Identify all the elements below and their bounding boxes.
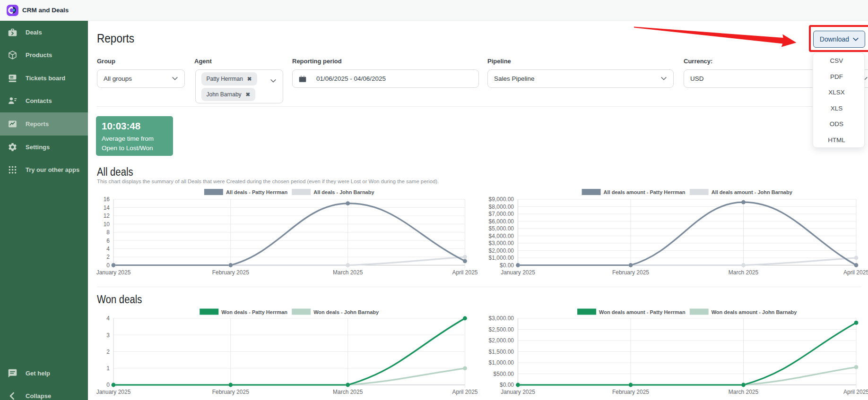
svg-text:All deals amount - Patty Herrm: All deals amount - Patty Herrman — [604, 189, 686, 195]
svg-text:4: 4 — [106, 315, 110, 322]
svg-text:February 2025: February 2025 — [612, 269, 649, 276]
svg-text:$2,000.00: $2,000.00 — [489, 337, 514, 344]
svg-text:$2,500.00: $2,500.00 — [489, 326, 514, 333]
svg-text:2: 2 — [106, 349, 110, 355]
svg-text:March 2025: March 2025 — [333, 389, 363, 395]
svg-text:12: 12 — [104, 213, 110, 219]
svg-text:Won deals amount - Patty Herrm: Won deals amount - Patty Herrman — [599, 309, 686, 315]
svg-text:0: 0 — [106, 382, 110, 388]
svg-text:6: 6 — [106, 238, 110, 244]
svg-text:January 2025: January 2025 — [96, 389, 131, 395]
svg-text:April 2025: April 2025 — [843, 269, 868, 276]
svg-text:March 2025: March 2025 — [729, 269, 759, 276]
svg-text:$8,000.00: $8,000.00 — [489, 204, 514, 210]
svg-text:$5,000.00: $5,000.00 — [489, 225, 514, 232]
svg-text:March 2025: March 2025 — [333, 269, 363, 276]
svg-text:0: 0 — [106, 262, 110, 269]
svg-text:April 2025: April 2025 — [452, 389, 477, 395]
svg-text:$0.00: $0.00 — [500, 382, 514, 388]
svg-text:$1,500.00: $1,500.00 — [489, 349, 514, 355]
svg-text:$500.00: $500.00 — [494, 371, 514, 377]
svg-text:January 2025: January 2025 — [96, 269, 131, 276]
svg-text:All deals - Patty Herrman: All deals - Patty Herrman — [226, 189, 287, 195]
svg-text:4: 4 — [106, 246, 110, 252]
svg-text:March 2025: March 2025 — [729, 389, 759, 395]
svg-text:February 2025: February 2025 — [212, 389, 249, 395]
svg-text:3: 3 — [106, 332, 110, 339]
svg-text:All deals amount - John Barnab: All deals amount - John Barnaby — [712, 189, 793, 195]
svg-text:Won deals - John Barnaby: Won deals - John Barnaby — [313, 309, 379, 315]
svg-text:All deals - John Barnaby: All deals - John Barnaby — [313, 189, 374, 195]
svg-text:16: 16 — [104, 196, 110, 203]
svg-text:2: 2 — [106, 254, 110, 260]
svg-text:$6,000.00: $6,000.00 — [489, 218, 514, 225]
svg-text:Won deals amount - John Barnab: Won deals amount - John Barnaby — [712, 309, 798, 315]
svg-text:$3,000.00: $3,000.00 — [489, 315, 514, 322]
svg-text:April 2025: April 2025 — [452, 269, 477, 276]
svg-text:1: 1 — [106, 365, 110, 372]
svg-text:$0.00: $0.00 — [500, 262, 514, 269]
svg-text:January 2025: January 2025 — [501, 389, 535, 395]
svg-text:10: 10 — [104, 221, 110, 228]
svg-text:$1,000.00: $1,000.00 — [489, 255, 514, 261]
svg-text:January 2025: January 2025 — [501, 269, 535, 276]
svg-text:$2,000.00: $2,000.00 — [489, 247, 514, 254]
svg-text:February 2025: February 2025 — [212, 269, 249, 276]
svg-text:14: 14 — [104, 204, 110, 211]
svg-text:Won deals - Patty Herrman: Won deals - Patty Herrman — [221, 309, 287, 315]
svg-text:$1,000.00: $1,000.00 — [489, 359, 514, 366]
svg-text:$9,000.00: $9,000.00 — [489, 196, 514, 203]
svg-text:$3,000.00: $3,000.00 — [489, 240, 514, 247]
svg-text:$4,000.00: $4,000.00 — [489, 233, 514, 239]
svg-text:$7,000.00: $7,000.00 — [489, 211, 514, 217]
svg-text:February 2025: February 2025 — [612, 389, 649, 395]
svg-text:8: 8 — [106, 229, 110, 236]
svg-text:April 2025: April 2025 — [843, 389, 868, 395]
